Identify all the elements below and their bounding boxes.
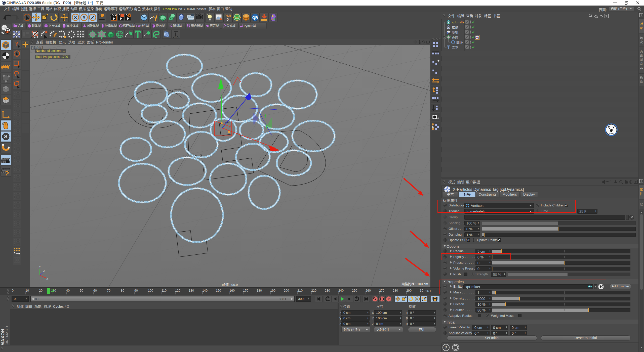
- svg-text:110: 110: [162, 289, 167, 292]
- svg-text:?: ?: [445, 345, 447, 350]
- svg-text:80: 80: [121, 289, 124, 292]
- svg-text:X: X: [74, 15, 77, 20]
- svg-text:180: 180: [257, 289, 262, 292]
- svg-text:40: 40: [66, 289, 70, 292]
- svg-text:X: X: [46, 277, 48, 280]
- svg-text:Y: Y: [83, 15, 86, 20]
- svg-text:140: 140: [202, 289, 208, 292]
- svg-text:Total live particles: 1700: Total live particles: 1700: [36, 55, 68, 59]
- svg-text:60: 60: [93, 289, 97, 292]
- svg-text:250: 250: [352, 289, 357, 292]
- svg-text:fx: fx: [175, 34, 179, 38]
- svg-text:S: S: [4, 134, 7, 139]
- svg-text:160: 160: [229, 289, 235, 292]
- svg-text:50: 50: [80, 289, 83, 292]
- svg-text:网格间距 : 100 cm: 网格间距 : 100 cm: [401, 282, 428, 286]
- svg-text:Z: Z: [43, 269, 45, 272]
- svg-text:0 F: 0 F: [35, 297, 40, 300]
- svg-text:26: 26: [51, 289, 55, 292]
- svg-text:150: 150: [216, 289, 221, 292]
- svg-text:120: 120: [175, 289, 180, 292]
- svg-text:帧速 : 90.9: 帧速 : 90.9: [222, 283, 238, 287]
- svg-text:0: 0: [12, 289, 14, 292]
- svg-text:?: ?: [15, 40, 18, 47]
- svg-text:130: 130: [189, 289, 194, 292]
- svg-text:Y: Y: [39, 265, 41, 268]
- svg-text:0: 0: [227, 17, 229, 21]
- svg-text:210: 210: [297, 289, 303, 292]
- svg-text:xd: xd: [449, 32, 451, 34]
- svg-text:QR: QR: [252, 15, 258, 20]
- svg-text:90: 90: [134, 289, 138, 292]
- svg-text:R: R: [432, 128, 434, 130]
- svg-text:290: 290: [406, 289, 412, 292]
- svg-text:Z: Z: [91, 15, 94, 20]
- svg-text:300 F: 300 F: [279, 297, 287, 300]
- svg-text:100: 100: [148, 289, 153, 292]
- svg-text:70: 70: [107, 289, 110, 292]
- svg-text:260: 260: [366, 289, 371, 292]
- svg-text:Number of emitters: 1: Number of emitters: 1: [36, 49, 65, 53]
- svg-text:P: P: [416, 297, 418, 301]
- svg-text:20: 20: [39, 289, 43, 292]
- svg-text:240: 240: [338, 289, 344, 292]
- svg-text:280: 280: [393, 289, 398, 292]
- svg-text:行走者: 行走者: [609, 133, 614, 135]
- svg-text:190: 190: [270, 289, 275, 292]
- svg-text:200: 200: [284, 289, 289, 292]
- svg-text:PSR: PSR: [224, 14, 231, 18]
- svg-text:220: 220: [311, 289, 316, 292]
- svg-text:10: 10: [25, 289, 29, 292]
- svg-text:270: 270: [379, 289, 384, 292]
- svg-text:?: ?: [388, 297, 390, 301]
- svg-text:230: 230: [325, 289, 330, 292]
- svg-text:170: 170: [243, 289, 248, 292]
